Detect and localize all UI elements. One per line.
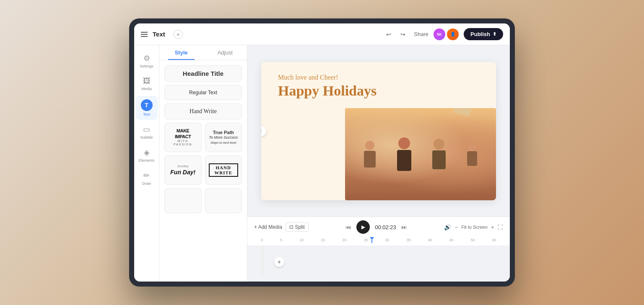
sidebar-label-text: Text — [143, 112, 150, 116]
template-empty-2[interactable] — [205, 188, 242, 213]
upload-icon: ⬆ — [493, 31, 496, 37]
mark-60: 60 — [492, 238, 496, 242]
template-grid: MAKE IMPACTWith Passion True Path To Mor… — [164, 123, 242, 213]
mark-35: 35 — [407, 238, 411, 242]
handwrite-text-button[interactable]: Hand Write — [164, 103, 242, 119]
person-2 — [397, 137, 411, 171]
publish-button[interactable]: Publish ⬆ — [464, 28, 503, 40]
top-bar-left: Text + — [141, 30, 183, 39]
sidebar-label-media: Media — [141, 87, 152, 91]
template-true-path[interactable]: True Path To More SuccessSteps to next l… — [205, 123, 242, 152]
person-head-4 — [468, 142, 476, 150]
person-head-1 — [365, 141, 374, 150]
headline-title-button[interactable]: Headline Title — [164, 65, 242, 82]
time-current: 00:02 — [375, 224, 389, 230]
person-3 — [432, 139, 446, 169]
timeline-strip[interactable] — [261, 246, 264, 275]
canvas-viewport: Much love and Cheer! Happy Holidays — [247, 45, 510, 217]
zoom-in-button[interactable]: + — [491, 224, 494, 230]
strip-frame-8 — [264, 246, 264, 275]
tab-adjust[interactable]: Adjust — [203, 45, 247, 60]
mark-30: 30 — [385, 238, 389, 242]
template-sunday-text: Sunday Fun Day! — [170, 164, 195, 176]
mark-45: 45 — [449, 238, 454, 242]
person-1 — [364, 141, 376, 168]
text-panel: Style Adjust Headline Title Regular Text… — [159, 45, 247, 282]
playhead-line — [371, 240, 372, 243]
player-left: + Add Media ⊡ Split — [254, 222, 309, 232]
person-body-2 — [397, 150, 411, 171]
volume-icon[interactable]: 🔊 — [444, 224, 451, 230]
sidebar-icons: ⚙ Settings 🖼 Media T Text ▭ Subtitle ◈ — [134, 45, 159, 282]
mark-50: 50 — [471, 238, 475, 242]
text-icon: T — [141, 99, 153, 111]
video-canvas: Much love and Cheer! Happy Holidays — [261, 62, 496, 200]
person-head-2 — [398, 137, 410, 149]
settings-icon: ⚙ — [143, 54, 150, 63]
add-clip-button[interactable]: + — [274, 257, 284, 267]
template-handwrite-bold[interactable]: HAND WRITE — [205, 155, 242, 185]
timeline-container: + — [247, 246, 510, 278]
redo-button[interactable]: ↪ — [397, 28, 409, 40]
split-button[interactable]: ⊡ Split — [286, 222, 309, 232]
sidebar-item-media[interactable]: 🖼 Media — [136, 73, 158, 94]
strip-frames — [261, 246, 264, 275]
laptop-screen: Text + ↩ ↪ Share 5K 👤 Publish ⬆ — [134, 23, 510, 282]
tab-style[interactable]: Style — [159, 45, 203, 60]
mark-15: 15 — [321, 238, 325, 242]
person-head-3 — [434, 139, 444, 150]
sidebar-label-elements: Elements — [139, 158, 155, 163]
panel-tabs: Style Adjust — [159, 45, 247, 60]
mark-5: 5 — [280, 238, 282, 242]
top-bar: Text + ↩ ↪ Share 5K 👤 Publish ⬆ — [134, 23, 510, 45]
canvas-area: Much love and Cheer! Happy Holidays — [247, 45, 510, 282]
regular-text-button[interactable]: Regular Text — [164, 85, 242, 100]
mark-25: 25 — [364, 238, 368, 242]
hamburger-icon[interactable] — [141, 32, 148, 37]
person-body-1 — [364, 151, 376, 168]
player-center: ⏮ ▶ 00:02:23 ⏭ — [314, 220, 439, 234]
draw-icon: ✏ — [143, 171, 150, 180]
template-sunday[interactable]: Sunday Fun Day! — [164, 155, 202, 185]
sidebar-item-elements[interactable]: ◈ Elements — [136, 145, 158, 166]
publish-label: Publish — [470, 31, 490, 37]
mark-40: 40 — [428, 238, 432, 242]
sidebar-label-subtitle: Subtitle — [140, 135, 153, 140]
app-title: Text — [153, 31, 165, 38]
panel-content: Headline Title Regular Text Hand Write M… — [159, 60, 247, 282]
add-button[interactable]: + — [174, 30, 183, 39]
time-seconds: 23 — [390, 224, 396, 230]
template-empty-1[interactable] — [164, 188, 202, 213]
time-display: 00:02:23 — [375, 224, 396, 230]
mark-10: 10 — [299, 238, 304, 242]
skip-back-button[interactable]: ⏮ — [345, 224, 351, 230]
undo-button[interactable]: ↩ — [383, 28, 395, 40]
fit-screen-label[interactable]: Fit to Screen — [461, 225, 487, 230]
mark-20: 20 — [342, 238, 346, 242]
avatar-group: 5K 👤 — [434, 28, 459, 40]
playhead — [371, 237, 372, 243]
mark-0: 0 — [261, 238, 263, 242]
skip-forward-button[interactable]: ⏭ — [401, 224, 407, 230]
sidebar-item-draw[interactable]: ✏ Draw — [136, 168, 158, 189]
player-controls: + Add Media ⊡ Split ⏮ ▶ 00:02:23 ⏭ — [254, 220, 503, 234]
sidebar-item-settings[interactable]: ⚙ Settings — [136, 50, 158, 72]
canvas-nav-prev[interactable]: ‹ — [261, 126, 266, 136]
photo-scene — [345, 108, 496, 200]
sidebar-item-subtitle[interactable]: ▭ Subtitle — [136, 121, 158, 143]
canvas-headline: Much love and Cheer! Happy Holidays — [278, 74, 377, 98]
playhead-arrow — [370, 237, 374, 240]
main-content: ⚙ Settings 🖼 Media T Text ▭ Subtitle ◈ — [134, 45, 510, 282]
zoom-out-button[interactable]: − — [454, 224, 458, 230]
add-media-button[interactable]: + Add Media — [254, 224, 282, 230]
canvas-title[interactable]: Happy Holidays — [278, 83, 377, 98]
ruler-marks: 0 5 10 15 20 25 30 35 40 45 50 — [261, 238, 496, 242]
undo-redo-group: ↩ ↪ — [383, 28, 409, 40]
template-make-impact[interactable]: MAKE IMPACTWith Passion — [164, 123, 202, 152]
media-icon: 🖼 — [143, 77, 151, 85]
player-bar: + Add Media ⊡ Split ⏮ ▶ 00:02:23 ⏭ — [247, 217, 510, 246]
sidebar-item-text[interactable]: T Text — [136, 96, 158, 120]
laptop-shell: Text + ↩ ↪ Share 5K 👤 Publish ⬆ — [129, 18, 515, 287]
fullscreen-button[interactable]: ⛶ — [498, 224, 503, 230]
play-button[interactable]: ▶ — [356, 220, 370, 234]
